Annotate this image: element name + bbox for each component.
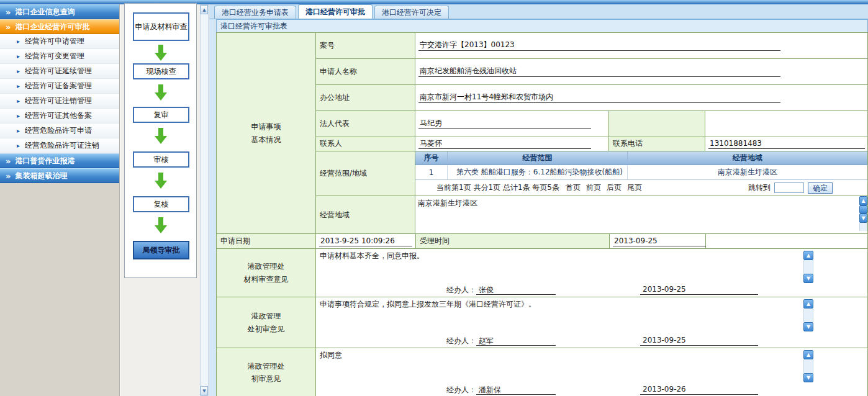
- menu-section-icon: »: [6, 157, 11, 165]
- empty-label-cell: [609, 111, 705, 137]
- tab-license-decision[interactable]: 港口经营许可决定: [374, 6, 449, 19]
- legal-representative-input[interactable]: [418, 119, 591, 129]
- sidebar-item-label: 港口普货作业报港: [15, 156, 75, 166]
- textarea-scrollbar[interactable]: ▲ ▼: [803, 350, 813, 382]
- workflow-step-audit[interactable]: 审核: [133, 151, 189, 168]
- scroll-up-icon[interactable]: ▲: [803, 251, 813, 260]
- arrow-bullet-icon: ▸: [17, 98, 20, 104]
- accept-time-label: 受理时间: [416, 234, 610, 248]
- opinion-label-line: 港政管理: [251, 310, 281, 322]
- tab-license-approval[interactable]: 港口经营许可审批: [298, 4, 373, 19]
- opinion-label-line: 材料审查意见: [244, 273, 289, 286]
- pagination-next-link[interactable]: 后页: [607, 182, 622, 193]
- group-label-line: 基本情况: [251, 133, 281, 146]
- scroll-down-icon[interactable]: ▼: [803, 274, 813, 283]
- operator-name: 赵军: [476, 336, 556, 346]
- workflow-step-label: 审核: [154, 155, 169, 164]
- case-number-input[interactable]: [418, 40, 780, 51]
- scroll-up-icon[interactable]: ▲: [803, 299, 813, 308]
- preliminary-review-opinion-textarea[interactable]: 申请事项符合规定，拟同意上报发放三年期《港口经营许可证》。: [316, 297, 867, 334]
- sidebar-item-port-enterprise-info[interactable]: » 港口企业信息查询: [0, 4, 119, 19]
- business-area-label: 经营地域: [316, 196, 415, 233]
- sidebar-item-license-cancel-mgmt[interactable]: ▸ 经营许可证注销管理: [0, 94, 119, 109]
- sidebar-item-license-record-mgmt[interactable]: ▸ 经营许可证备案管理: [0, 79, 119, 94]
- opinion-footer: 经办人： 赵军 2013-09-25: [316, 334, 867, 348]
- scrollbar-track[interactable]: [803, 308, 813, 322]
- header-seq: 序号: [415, 151, 448, 164]
- workflow-step-label: 现场核查: [147, 66, 176, 76]
- contact-phone-input[interactable]: [708, 138, 865, 149]
- sidebar-item-label: 经营危险品许可申请: [25, 125, 92, 136]
- area-scrollbar[interactable]: ▲ ▼: [859, 196, 867, 231]
- scrollbar-thumb[interactable]: [859, 205, 867, 214]
- scroll-up-icon[interactable]: ▲: [859, 196, 867, 205]
- menu-section-icon: »: [6, 8, 11, 16]
- workflow-step-re-review[interactable]: 复审: [133, 107, 189, 123]
- tab-business-application-form[interactable]: 港口经营业务申请表: [214, 6, 296, 19]
- second-preliminary-review-opinion-label: 港政管理处 初审意见: [217, 348, 316, 396]
- pagination-first-link[interactable]: 首页: [566, 182, 581, 193]
- sidebar-item-label: 港口企业经营许可审批: [15, 22, 89, 32]
- sidebar-item-label: 经营许可证其他备案: [25, 110, 92, 121]
- textarea-scrollbar[interactable]: ▲ ▼: [803, 251, 813, 283]
- contact-phone-label: 联系电话: [609, 137, 705, 151]
- sidebar-item-general-cargo-report[interactable]: » 港口普货作业报港: [0, 153, 119, 168]
- down-arrow-icon: [155, 173, 167, 189]
- scroll-down-icon[interactable]: ▼: [859, 214, 867, 223]
- contact-person-label: 联系人: [316, 137, 415, 151]
- scroll-down-icon[interactable]: ▼: [201, 386, 208, 395]
- frame-scrollbar[interactable]: ▲ ▼: [200, 4, 209, 396]
- scroll-down-icon[interactable]: ▼: [803, 322, 813, 331]
- office-address-label: 办公地址: [316, 85, 415, 110]
- workflow-step-site-inspection[interactable]: 现场核查: [133, 63, 189, 79]
- sidebar-item-license-approval[interactable]: » 港口企业经营许可审批: [0, 19, 119, 34]
- arrow-bullet-icon: ▸: [17, 68, 20, 74]
- opinion-label-line: 处初审意见: [248, 323, 285, 335]
- textarea-scrollbar[interactable]: ▲ ▼: [803, 299, 813, 331]
- sidebar-item-license-renewal-mgmt[interactable]: ▸ 经营许可证延续管理: [0, 64, 119, 79]
- sidebar-item-license-other-record[interactable]: ▸ 经营许可证其他备案: [0, 109, 119, 124]
- sidebar-item-container-overload[interactable]: » 集装箱超载治理: [0, 168, 119, 183]
- scrollbar-track[interactable]: [859, 223, 867, 231]
- scope-table-row[interactable]: 1 第六类 船舶港口服务：6.12船舶污染物接收(船舶) 南京港新生圩港区: [415, 165, 867, 180]
- cell-seq: 1: [415, 165, 448, 179]
- sidebar-item-dangerous-goods-apply[interactable]: ▸ 经营危险品许可申请: [0, 124, 119, 138]
- workflow-step-application-material-review[interactable]: 申请及材料审查: [133, 12, 189, 41]
- business-area-textarea[interactable]: 南京港新生圩港区 ▲ ▼: [415, 196, 867, 233]
- sidebar-item-dangerous-goods-cancel[interactable]: ▸ 经营危险品许可证注销: [0, 138, 119, 153]
- legal-representative-cell: [415, 111, 609, 137]
- sidebar-item-license-apply-mgmt[interactable]: ▸ 经营许可申请管理: [0, 34, 119, 49]
- second-preliminary-review-opinion-cell: 拟同意 ▲ ▼ 经办人： 潘新保 2013-09-26: [316, 348, 867, 396]
- workflow-step-bureau-leader-approval[interactable]: 局领导审批: [133, 241, 189, 259]
- menu-section-icon: »: [6, 23, 11, 31]
- scrollbar-track[interactable]: [803, 359, 813, 373]
- scroll-down-icon[interactable]: ▼: [803, 373, 813, 382]
- page-jump-input[interactable]: [774, 182, 804, 193]
- operator-label: 经办人：: [446, 285, 476, 295]
- apply-date-input[interactable]: [319, 236, 412, 246]
- case-number-label: 案号: [316, 33, 415, 58]
- sidebar-item-license-change-mgmt[interactable]: ▸ 经营许可变更管理: [0, 49, 119, 64]
- applicant-name-input[interactable]: [418, 66, 780, 77]
- scroll-up-icon[interactable]: ▲: [803, 350, 813, 359]
- second-preliminary-review-opinion-textarea[interactable]: 拟同意: [316, 348, 867, 383]
- main-content: 港口经营业务申请表 港口经营许可审批 港口经营许可决定 港口经营许可审批表 申请…: [209, 4, 868, 396]
- page-jump-confirm-button[interactable]: 确定: [808, 182, 833, 194]
- scrollbar-track[interactable]: [803, 260, 813, 274]
- material-review-opinion-textarea[interactable]: 申请材料基本齐全，同意申报。: [316, 249, 867, 283]
- scroll-up-icon[interactable]: ▲: [201, 5, 208, 14]
- empty-value-cell: [705, 111, 867, 137]
- workflow-step-recheck[interactable]: 复核: [133, 196, 189, 212]
- down-arrow-icon: [155, 84, 167, 101]
- pagination-last-link[interactable]: 尾页: [627, 182, 642, 193]
- operator-label: 经办人：: [446, 336, 476, 346]
- accept-time-input[interactable]: [613, 236, 706, 246]
- opinion-label-line: 港政管理处: [248, 260, 285, 272]
- pagination-prev-link[interactable]: 前页: [586, 182, 601, 193]
- contact-person-input[interactable]: [418, 138, 591, 149]
- office-address-input[interactable]: [418, 92, 780, 103]
- sidebar-item-label: 经营许可证注销管理: [25, 96, 92, 106]
- page-jump-label: 跳转到: [748, 182, 771, 193]
- operator-name: 潘新保: [476, 385, 556, 395]
- down-arrow-icon: [155, 128, 167, 144]
